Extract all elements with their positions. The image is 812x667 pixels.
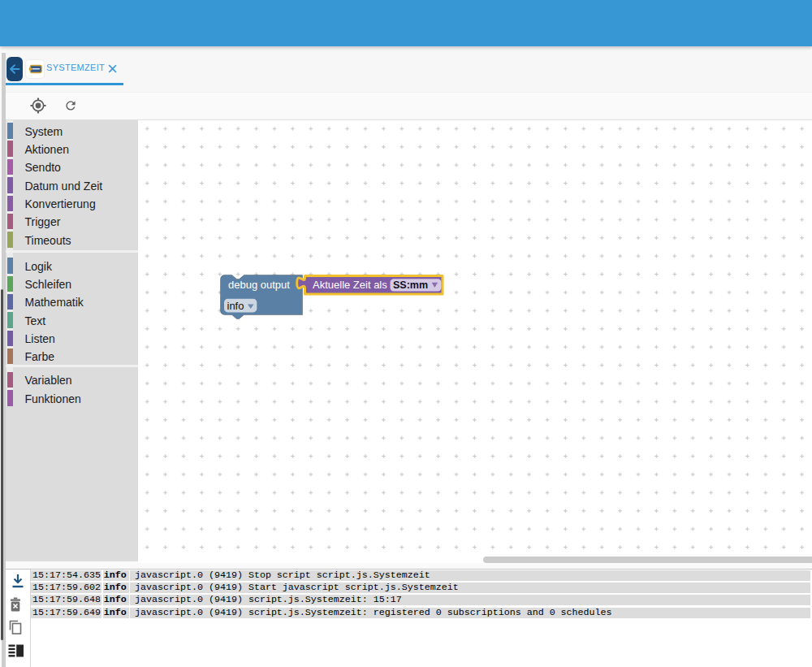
svg-text:Aktuelle Zeit als: Aktuelle Zeit als	[313, 279, 387, 291]
svg-text:debug output: debug output	[228, 279, 290, 291]
svg-text:SS:mm: SS:mm	[393, 279, 428, 291]
svg-text:info: info	[227, 300, 244, 312]
